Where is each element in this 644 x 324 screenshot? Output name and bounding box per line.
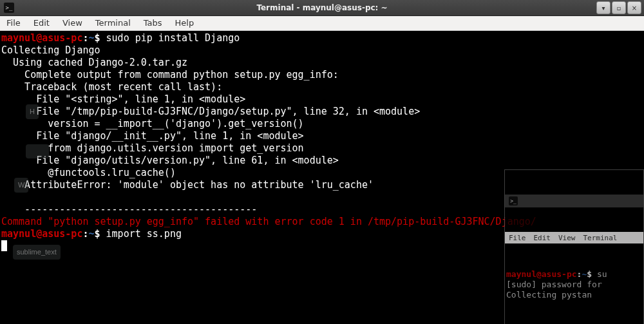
output-line: File "<string>", line 1, in <module>	[1, 93, 245, 105]
menu-edit[interactable]: Edit	[530, 232, 555, 244]
menu-file[interactable]: File	[0, 16, 27, 30]
output-line: AttributeError: 'module' object has no a…	[1, 179, 374, 191]
maximize-button[interactable]: ▫	[612, 1, 626, 14]
secondary-terminal-menubar: File Edit View Terminal	[505, 232, 643, 243]
prompt-symbol: $	[95, 32, 100, 44]
menu-view[interactable]: View	[554, 232, 580, 244]
titlebar: >_ Terminal - maynul@asus-pc: ~ ▾ ▫ ×	[0, 0, 644, 16]
error-line: Command "python setup.py egg_info" faile…	[1, 216, 536, 227]
menu-tabs[interactable]: Tabs	[137, 16, 169, 30]
secondary-output-line: [sudo] password for	[506, 280, 607, 289]
prompt-path: ~	[88, 32, 94, 44]
close-button[interactable]: ×	[627, 1, 641, 14]
output-line: from django.utils.version import get_ver…	[1, 142, 304, 154]
menu-help[interactable]: Help	[169, 16, 201, 30]
menu-terminal[interactable]: Terminal	[580, 232, 621, 244]
terminal-app-icon: >_	[4, 3, 14, 13]
menu-edit[interactable]: Edit	[27, 16, 56, 30]
menubar: File Edit View Terminal Tabs Help	[0, 16, 644, 31]
output-line: File "django/utils/version.py", line 61,…	[1, 155, 339, 166]
prompt-user-host: maynul@asus-pc	[1, 32, 82, 44]
window-controls: ▾ ▫ ×	[596, 1, 641, 14]
output-line: Complete output from command python setu…	[1, 69, 339, 81]
cursor	[1, 240, 7, 251]
terminal-app-icon: >_	[509, 196, 518, 205]
minimize-button[interactable]: ▾	[596, 1, 611, 14]
secondary-command: su	[592, 269, 607, 279]
desktop-ghost-item: sublime_text	[13, 245, 61, 260]
output-line: @functools.lru_cache()	[1, 167, 176, 178]
output-line: Traceback (most recent call last):	[1, 81, 222, 93]
prompt-symbol: $	[95, 228, 100, 240]
command-2: import ss.png	[106, 228, 182, 240]
output-line: File "/tmp/pip-build-GJ3FNC/Django/setup…	[1, 106, 420, 117]
command-1: sudo pip install Django	[106, 32, 240, 44]
secondary-terminal-body[interactable]: maynul@asus-pc:~$ su [sudo] password for…	[505, 268, 643, 301]
prompt-user-host: maynul@asus-pc	[1, 228, 82, 240]
terminal-body[interactable]: maynul@asus-pc:~$ sudo pip install Djang…	[0, 31, 644, 324]
prompt-user-host: maynul@asus-pc	[506, 269, 577, 279]
secondary-terminal-titlebar: >_	[505, 195, 643, 207]
menu-view[interactable]: View	[56, 16, 89, 30]
menu-file[interactable]: File	[505, 232, 530, 244]
output-line: Using cached Django-2.0.tar.gz	[1, 57, 187, 68]
output-line: ----------------------------------------	[1, 204, 257, 215]
output-line: version = __import__('django').get_versi…	[1, 118, 304, 129]
secondary-terminal-window[interactable]: >_ File Edit View Terminal maynul@asus-p…	[504, 169, 644, 324]
output-line: File "django/__init__.py", line 1, in <m…	[1, 130, 304, 142]
window-title: Terminal - maynul@asus-pc: ~	[0, 3, 644, 12]
menu-terminal[interactable]: Terminal	[89, 16, 137, 30]
output-line	[1, 191, 24, 203]
secondary-output-line: Collecting pystan	[506, 290, 592, 300]
output-line: Collecting Django	[1, 44, 100, 56]
prompt-path: ~	[88, 228, 94, 240]
